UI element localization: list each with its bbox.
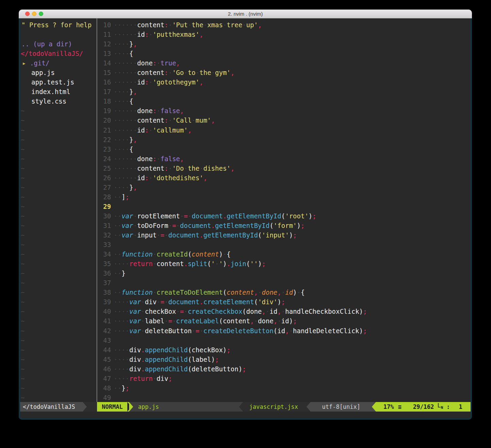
code-line: 30··var·rootElement·=·document.getElemen…	[97, 211, 471, 221]
code-token: 'input'	[262, 231, 289, 239]
tree-row-root[interactable]: </todoVanillaJS/	[20, 49, 96, 58]
code-token: ·	[192, 327, 195, 335]
line-number: 11	[97, 30, 111, 39]
tree-item[interactable]: index.html	[20, 87, 96, 96]
code-token: done	[137, 107, 153, 114]
code-token: content	[137, 117, 164, 124]
code-token: ,	[133, 88, 137, 95]
code-token: .	[211, 222, 215, 229]
code-text	[111, 240, 114, 249]
code-text: ······id:·'dothedishes',	[111, 173, 207, 183]
code-token: function	[122, 250, 153, 258]
code-token: checkBox	[145, 308, 176, 315]
code-token: div	[129, 365, 141, 373]
code-token: ·	[223, 21, 226, 29]
code-token: ·	[133, 212, 137, 220]
empty-line-tilde: ~	[20, 144, 96, 154]
code-token: ·	[168, 165, 172, 172]
code-token: var	[122, 231, 133, 239]
code-text: ····div.appendChild(label);	[111, 355, 219, 364]
empty-line-tilde: ~	[20, 183, 96, 192]
code-line: 18····{	[97, 96, 471, 106]
tree-item[interactable]: style.css	[20, 96, 96, 106]
code-token: ····	[114, 317, 129, 325]
code-token: =	[195, 327, 199, 335]
code-token: )	[289, 317, 293, 325]
line-number: 39	[97, 297, 111, 307]
code-token: ;	[227, 346, 231, 354]
line-number: 15	[97, 68, 111, 77]
code-token: 'form'	[273, 222, 297, 229]
powerline-arrow-icon	[372, 402, 376, 412]
code-token: createLabel	[176, 317, 219, 325]
code-token: ·	[164, 317, 168, 325]
code-token: '	[211, 260, 215, 267]
line-number: 33	[97, 240, 111, 249]
scroll-percent: 17%	[383, 402, 394, 412]
code-token: ······	[114, 107, 137, 114]
tree-item-label: index.html	[31, 88, 70, 95]
code-line: 40····var·checkBox·=·createCheckbox(done…	[97, 307, 471, 316]
code-token: ····	[114, 308, 129, 315]
code-token: ······	[114, 165, 137, 172]
code-token: ·	[164, 231, 168, 239]
code-token: ·	[195, 69, 199, 76]
code-line: 46····div.appendChild(deleteButton);	[97, 364, 471, 374]
code-token: var	[129, 327, 141, 335]
code-token: ·	[149, 126, 153, 134]
code-line: 29	[97, 202, 471, 211]
code-text: ····},	[111, 39, 137, 49]
code-token: :	[145, 31, 149, 38]
code-token: )	[278, 298, 281, 306]
code-token: rootElement	[137, 212, 180, 220]
tree-item[interactable]: ▸ .git/	[20, 58, 96, 68]
code-token: ·	[141, 298, 145, 306]
line-position: 29/162	[413, 402, 434, 412]
code-token: mum'	[195, 117, 211, 124]
tree-item[interactable]: app.js	[20, 68, 96, 77]
code-text: ··}	[111, 268, 125, 278]
code-token: (	[270, 222, 273, 229]
tree-item-label: </todoVanillaJS/	[21, 50, 83, 57]
code-token: }	[129, 184, 133, 191]
file-tree[interactable]: " Press ? for help.. (up a dir)</todoVan…	[20, 20, 96, 402]
mode-indicator: NORMAL	[97, 402, 127, 412]
code-token: ·	[184, 69, 188, 76]
code-token: ,	[200, 31, 203, 38]
code-token: )	[297, 222, 301, 229]
code-line: 33	[97, 240, 471, 249]
code-text	[111, 393, 114, 402]
code-token: }	[122, 269, 125, 277]
column-number: 1	[459, 402, 462, 412]
statusline-filename: app.js	[133, 402, 239, 412]
tree-item[interactable]: app.test.js	[20, 77, 96, 87]
titlebar[interactable]: 2. nvim . (nvim)	[19, 10, 472, 18]
code-token: ·	[200, 165, 203, 172]
code-token: ·	[203, 21, 207, 29]
editor-buffer[interactable]: 10······content:·'Put·the·xmas·tree·up',…	[97, 20, 471, 402]
empty-line-tilde: ~	[20, 374, 96, 383]
code-token: ·	[289, 327, 293, 335]
hamburger-icon: ≡	[398, 402, 401, 412]
code-token: ;	[293, 231, 297, 239]
code-token: ·	[157, 107, 160, 114]
code-token: .	[141, 346, 145, 354]
line-number: 34	[97, 249, 111, 259]
code-token: (	[254, 298, 258, 306]
code-token: document	[168, 298, 200, 306]
code-text: ····return·content.split('·').join('');	[111, 259, 266, 268]
tree-row-updir[interactable]: .. (up a dir)	[20, 39, 96, 49]
command-line[interactable]	[20, 412, 471, 418]
code-token: ····	[114, 184, 129, 191]
code-token: ,	[200, 78, 203, 86]
code-token: )	[238, 365, 242, 373]
code-token: ··	[114, 250, 122, 258]
collapsed-arrow-icon[interactable]: ▸	[22, 59, 30, 67]
empty-line-tilde: ~	[20, 192, 96, 202]
statusline: </todoVanillaJS NORMAL app.js javascript…	[20, 402, 471, 412]
tree-item-label: .. (up a dir)	[21, 40, 72, 48]
code-token: :	[145, 78, 149, 86]
line-number: 20	[97, 115, 111, 125]
code-token: (	[273, 327, 277, 335]
code-token: ·	[157, 298, 160, 306]
